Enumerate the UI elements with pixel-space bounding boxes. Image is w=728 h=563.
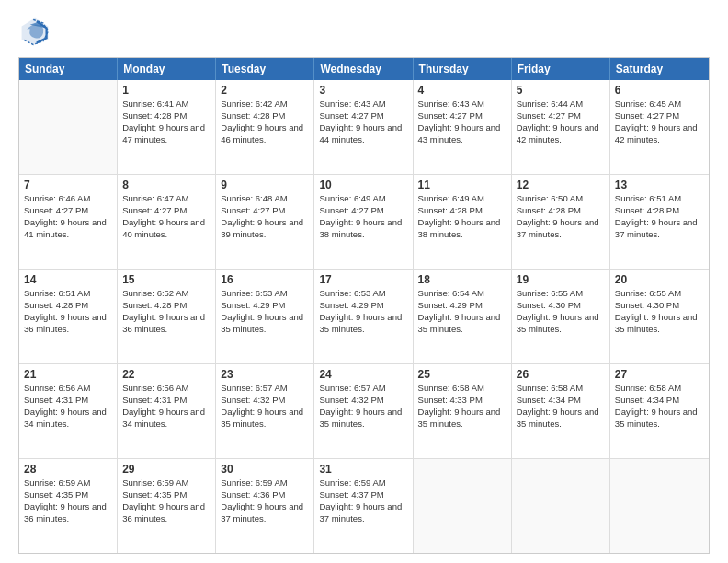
- sunset-text: Sunset: 4:29 PM: [319, 300, 383, 310]
- day-cell-25: 25Sunrise: 6:58 AMSunset: 4:33 PMDayligh…: [414, 364, 512, 458]
- sunrise-text: Sunrise: 6:46 AM: [24, 193, 90, 203]
- sunrise-text: Sunrise: 6:57 AM: [221, 383, 287, 393]
- calendar-week-3: 14Sunrise: 6:51 AMSunset: 4:28 PMDayligh…: [19, 270, 709, 364]
- sunset-text: Sunset: 4:27 PM: [221, 205, 285, 215]
- calendar: SundayMondayTuesdayWednesdayThursdayFrid…: [18, 57, 710, 554]
- sunrise-text: Sunrise: 6:47 AM: [122, 193, 188, 203]
- day-number: 31: [319, 462, 407, 477]
- day-number: 1: [122, 83, 210, 98]
- daylight-text: Daylight: 9 hours and 35 minutes.: [517, 312, 599, 334]
- daylight-text: Daylight: 9 hours and 35 minutes.: [418, 407, 501, 429]
- day-number: 29: [122, 462, 210, 477]
- sunset-text: Sunset: 4:28 PM: [24, 300, 88, 310]
- day-cell-26: 26Sunrise: 6:58 AMSunset: 4:34 PMDayligh…: [512, 364, 610, 458]
- day-cell-15: 15Sunrise: 6:52 AMSunset: 4:28 PMDayligh…: [118, 270, 216, 363]
- sunset-text: Sunset: 4:27 PM: [517, 110, 581, 121]
- daylight-text: Daylight: 9 hours and 42 minutes.: [517, 122, 599, 144]
- daylight-text: Daylight: 9 hours and 37 minutes.: [615, 217, 698, 239]
- daylight-text: Daylight: 9 hours and 38 minutes.: [418, 217, 501, 239]
- sunrise-text: Sunrise: 6:44 AM: [517, 98, 583, 109]
- sunset-text: Sunset: 4:28 PM: [517, 205, 581, 215]
- day-cell-8: 8Sunrise: 6:47 AMSunset: 4:27 PMDaylight…: [118, 175, 216, 269]
- sunrise-text: Sunrise: 6:43 AM: [319, 98, 385, 109]
- sunset-text: Sunset: 4:33 PM: [418, 395, 483, 405]
- sunrise-text: Sunrise: 6:51 AM: [615, 193, 681, 203]
- day-cell-29: 29Sunrise: 6:59 AMSunset: 4:35 PMDayligh…: [118, 459, 216, 553]
- sunrise-text: Sunrise: 6:49 AM: [418, 193, 484, 203]
- daylight-text: Daylight: 9 hours and 35 minutes.: [517, 407, 599, 429]
- day-number: 23: [221, 367, 309, 382]
- day-number: 21: [24, 367, 112, 382]
- day-cell-11: 11Sunrise: 6:49 AMSunset: 4:28 PMDayligh…: [414, 175, 512, 269]
- day-number: 13: [615, 178, 704, 192]
- sunrise-text: Sunrise: 6:58 AM: [517, 383, 583, 393]
- sunrise-text: Sunrise: 6:55 AM: [615, 288, 681, 298]
- daylight-text: Daylight: 9 hours and 46 minutes.: [221, 122, 303, 144]
- daylight-text: Daylight: 9 hours and 36 minutes.: [24, 312, 107, 334]
- sunset-text: Sunset: 4:28 PM: [221, 110, 285, 121]
- calendar-body: 1Sunrise: 6:41 AMSunset: 4:28 PMDaylight…: [19, 80, 709, 553]
- day-cell-14: 14Sunrise: 6:51 AMSunset: 4:28 PMDayligh…: [19, 270, 118, 363]
- day-cell-1: 1Sunrise: 6:41 AMSunset: 4:28 PMDaylight…: [118, 80, 216, 174]
- day-cell-2: 2Sunrise: 6:42 AMSunset: 4:28 PMDaylight…: [216, 80, 314, 174]
- day-number: 20: [615, 272, 704, 287]
- sunset-text: Sunset: 4:35 PM: [122, 489, 187, 500]
- day-cell-20: 20Sunrise: 6:55 AMSunset: 4:30 PMDayligh…: [610, 270, 709, 363]
- day-number: 12: [517, 178, 605, 192]
- day-cell-7: 7Sunrise: 6:46 AMSunset: 4:27 PMDaylight…: [19, 175, 118, 269]
- calendar-week-5: 28Sunrise: 6:59 AMSunset: 4:35 PMDayligh…: [19, 459, 709, 553]
- day-cell-13: 13Sunrise: 6:51 AMSunset: 4:28 PMDayligh…: [610, 175, 709, 269]
- sunset-text: Sunset: 4:31 PM: [24, 395, 88, 405]
- day-number: 30: [221, 462, 309, 477]
- empty-cell: [414, 459, 512, 553]
- daylight-text: Daylight: 9 hours and 44 minutes.: [319, 122, 402, 144]
- daylight-text: Daylight: 9 hours and 41 minutes.: [24, 217, 107, 239]
- daylight-text: Daylight: 9 hours and 43 minutes.: [418, 122, 501, 144]
- daylight-text: Daylight: 9 hours and 37 minutes.: [517, 217, 599, 239]
- day-number: 25: [418, 367, 506, 382]
- day-number: 26: [517, 367, 605, 382]
- sunset-text: Sunset: 4:27 PM: [615, 110, 679, 121]
- day-cell-18: 18Sunrise: 6:54 AMSunset: 4:29 PMDayligh…: [414, 270, 512, 363]
- day-cell-22: 22Sunrise: 6:56 AMSunset: 4:31 PMDayligh…: [118, 364, 216, 458]
- daylight-text: Daylight: 9 hours and 34 minutes.: [122, 407, 205, 429]
- header-day-wednesday: Wednesday: [314, 58, 413, 80]
- sunset-text: Sunset: 4:29 PM: [418, 300, 483, 310]
- sunrise-text: Sunrise: 6:59 AM: [319, 477, 385, 488]
- day-number: 10: [319, 178, 407, 192]
- day-number: 2: [221, 83, 309, 98]
- sunset-text: Sunset: 4:29 PM: [221, 300, 285, 310]
- header-day-tuesday: Tuesday: [216, 58, 314, 80]
- daylight-text: Daylight: 9 hours and 39 minutes.: [221, 217, 303, 239]
- sunrise-text: Sunrise: 6:42 AM: [221, 98, 287, 109]
- sunrise-text: Sunrise: 6:59 AM: [221, 477, 287, 488]
- sunrise-text: Sunrise: 6:58 AM: [615, 383, 681, 393]
- sunset-text: Sunset: 4:30 PM: [517, 300, 581, 310]
- day-cell-16: 16Sunrise: 6:53 AMSunset: 4:29 PMDayligh…: [216, 270, 314, 363]
- day-cell-6: 6Sunrise: 6:45 AMSunset: 4:27 PMDaylight…: [610, 80, 709, 174]
- sunrise-text: Sunrise: 6:51 AM: [24, 288, 90, 298]
- sunset-text: Sunset: 4:27 PM: [418, 110, 483, 121]
- daylight-text: Daylight: 9 hours and 36 minutes.: [122, 501, 205, 523]
- day-number: 22: [122, 367, 210, 382]
- day-cell-9: 9Sunrise: 6:48 AMSunset: 4:27 PMDaylight…: [216, 175, 314, 269]
- sunrise-text: Sunrise: 6:57 AM: [319, 383, 385, 393]
- daylight-text: Daylight: 9 hours and 37 minutes.: [221, 501, 303, 523]
- daylight-text: Daylight: 9 hours and 35 minutes.: [418, 312, 501, 334]
- calendar-header: SundayMondayTuesdayWednesdayThursdayFrid…: [19, 58, 709, 80]
- sunrise-text: Sunrise: 6:41 AM: [122, 98, 188, 109]
- day-cell-4: 4Sunrise: 6:43 AMSunset: 4:27 PMDaylight…: [414, 80, 512, 174]
- header-day-sunday: Sunday: [19, 58, 118, 80]
- sunrise-text: Sunrise: 6:59 AM: [122, 477, 188, 488]
- daylight-text: Daylight: 9 hours and 37 minutes.: [319, 501, 402, 523]
- day-cell-31: 31Sunrise: 6:59 AMSunset: 4:37 PMDayligh…: [314, 459, 413, 553]
- day-number: 24: [319, 367, 407, 382]
- day-cell-30: 30Sunrise: 6:59 AMSunset: 4:36 PMDayligh…: [216, 459, 314, 553]
- day-number: 19: [517, 272, 605, 287]
- day-cell-10: 10Sunrise: 6:49 AMSunset: 4:27 PMDayligh…: [314, 175, 413, 269]
- calendar-week-1: 1Sunrise: 6:41 AMSunset: 4:28 PMDaylight…: [19, 80, 709, 175]
- day-number: 27: [615, 367, 704, 382]
- day-number: 9: [221, 178, 309, 192]
- header-day-monday: Monday: [118, 58, 216, 80]
- day-number: 3: [319, 83, 407, 98]
